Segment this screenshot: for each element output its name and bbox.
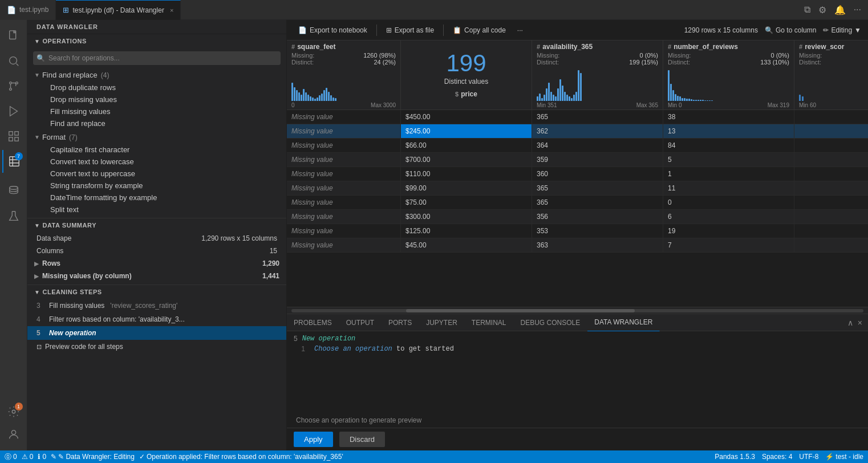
tab-jupyter[interactable]: JUPYTER — [419, 314, 465, 331]
cell-sq-6: Missing value — [287, 181, 401, 195]
tab-debug-console[interactable]: DEBUG CONSOLE — [514, 314, 588, 331]
cleaning-step-3[interactable]: 3 Fill missing values 'review_scores_rat… — [27, 299, 286, 312]
rows-expandable[interactable]: ▶ Rows 1,290 — [27, 257, 286, 270]
panel-maximize-icon[interactable]: ∧ — [846, 317, 854, 328]
tab-active[interactable]: ⊞ test.ipynb (df) - Data Wrangler × — [56, 0, 181, 20]
activity-account[interactable] — [2, 423, 25, 446]
cell-avail-9: 353 — [532, 224, 663, 238]
activity-data-wrangler[interactable]: 7 — [2, 150, 25, 173]
cell-sq-4: Missing value — [287, 153, 401, 166]
status-errors[interactable]: ⓪ 0 — [5, 452, 17, 462]
panel-close-icon[interactable]: × — [857, 317, 863, 328]
datetime-format-example[interactable]: DateTime formatting by example — [27, 192, 286, 204]
cell-price-10: $45.00 — [401, 238, 532, 252]
activity-run-debug[interactable] — [2, 100, 25, 123]
search-box: 🔍 — [33, 51, 281, 65]
col-header-availability: # availability_365 Missing:0 (0%) Distin… — [532, 40, 663, 109]
cleaning-step-5-active[interactable]: 5 New operation — [27, 326, 286, 340]
go-to-column-btn[interactable]: 🔍 Go to column — [765, 26, 816, 34]
col-bars-availability — [537, 68, 658, 102]
split-editor-icon[interactable]: ⧉ — [802, 3, 813, 16]
sidebar-title: DATA WRANGLER — [27, 20, 286, 34]
status-operation: ✓ Operation applied: Filter rows based o… — [139, 453, 343, 461]
export-file-btn[interactable]: ⊞ Export as file — [382, 25, 439, 36]
tab-close-icon[interactable]: × — [170, 7, 173, 14]
tab-problems[interactable]: PROBLEMS — [287, 314, 339, 331]
status-spaces[interactable]: Spaces: 4 — [762, 453, 792, 461]
preview-code-btn[interactable]: ⊡ Preview code for all steps — [27, 340, 286, 354]
status-test-idle[interactable]: ⚡ test - idle — [825, 453, 863, 461]
col-bars-reviews — [668, 68, 789, 102]
section-operations[interactable]: ▼ OPERATIONS — [27, 34, 286, 48]
cell-avail-4: 359 — [532, 153, 663, 166]
activity-search[interactable] — [2, 50, 25, 72]
settings-icon[interactable]: ⚙ — [816, 3, 829, 17]
activity-settings[interactable]: 1 — [2, 400, 25, 423]
activity-extensions[interactable] — [2, 125, 25, 148]
drop-duplicate-rows[interactable]: Drop duplicate rows — [27, 82, 286, 94]
more-actions-btn[interactable]: ··· — [513, 25, 528, 36]
discard-button[interactable]: Discard — [339, 432, 385, 447]
warning-icon: ⚠ — [22, 453, 28, 461]
cell-score-9 — [794, 224, 868, 238]
status-encoding[interactable]: UTF-8 — [799, 453, 818, 461]
table-row: Missing value $99.00 365 11 — [287, 181, 868, 196]
cell-sq-5: Missing value — [287, 167, 401, 181]
status-info[interactable]: ℹ 0 — [38, 453, 46, 461]
cell-price-7: $75.00 — [401, 196, 532, 209]
copy-icon: 📋 — [453, 26, 461, 34]
tab-terminal[interactable]: TERMINAL — [465, 314, 514, 331]
notifications-icon[interactable]: 🔔 — [832, 3, 848, 17]
grid-scrollbar[interactable] — [287, 307, 868, 314]
drop-missing-values[interactable]: Drop missing values — [27, 94, 286, 105]
tab-data-wrangler[interactable]: DATA WRANGLER — [587, 314, 660, 331]
activity-database[interactable] — [2, 180, 25, 202]
cell-score-8 — [794, 210, 868, 224]
search-input[interactable] — [33, 51, 281, 65]
cell-avail-1: 365 — [532, 110, 663, 124]
split-text[interactable]: Split text — [27, 204, 286, 216]
activity-files[interactable] — [2, 25, 25, 47]
editing-mode[interactable]: ✏ Editing ▼ — [823, 26, 861, 34]
string-transform-example[interactable]: String transform by example — [27, 180, 286, 192]
fill-missing-values[interactable]: Fill missing values — [27, 105, 286, 117]
tab-inactive[interactable]: 📄 test.ipynb — [0, 0, 56, 20]
tab-ports[interactable]: PORTS — [382, 314, 419, 331]
activity-flask[interactable] — [2, 205, 25, 228]
apply-button[interactable]: Apply — [294, 432, 333, 447]
bottom-panel: PROBLEMS OUTPUT PORTS JUPYTER TERMINAL D… — [287, 314, 868, 450]
capitalize-first-char[interactable]: Capitalize first character — [27, 144, 286, 156]
cell-rev-10: 7 — [663, 238, 794, 252]
format-parent[interactable]: ▼ Format (7) — [27, 131, 286, 144]
section-data-summary[interactable]: ▼ DATA SUMMARY — [27, 218, 286, 232]
convert-lowercase[interactable]: Convert text to lowercase — [27, 156, 286, 168]
choose-op-text: Choose an operation — [314, 345, 392, 353]
toolbar: 📄 Export to notebook ⊞ Export as file 📋 … — [287, 20, 868, 40]
copy-code-btn[interactable]: 📋 Copy all code — [448, 25, 510, 36]
cell-sq-3: Missing value — [287, 139, 401, 152]
table-row: Missing value $300.00 356 6 — [287, 210, 868, 224]
col-header-review-score: # review_scor Missing:0 (0%) Distinct:— … — [794, 40, 868, 109]
cell-price-3: $66.00 — [401, 139, 532, 152]
status-pandas[interactable]: Pandas 1.5.3 — [715, 453, 755, 461]
svg-point-13 — [11, 430, 15, 434]
status-editing[interactable]: ✎ ✎ Data Wrangler: Editing — [51, 453, 135, 461]
activity-source-control[interactable] — [2, 75, 25, 98]
cleaning-step-4[interactable]: 4 Filter rows based on column: 'availabi… — [27, 312, 286, 326]
cell-rev-3: 84 — [663, 139, 794, 152]
preview-code-icon: ⊡ — [36, 343, 42, 351]
missing-values-expandable[interactable]: ▶ Missing values (by column) 1,441 — [27, 270, 286, 282]
tab-output[interactable]: OUTPUT — [339, 314, 382, 331]
find-and-replace[interactable]: Find and replace — [27, 117, 286, 129]
find-replace-chevron: ▼ — [34, 72, 40, 78]
svg-point-1 — [9, 57, 17, 64]
convert-uppercase[interactable]: Convert text to uppercase — [27, 168, 286, 180]
section-cleaning-steps[interactable]: ▼ CLEANING STEPS — [27, 285, 286, 299]
find-replace-parent[interactable]: ▼ Find and replace (4) — [27, 68, 286, 82]
status-warnings[interactable]: ⚠ 0 — [22, 453, 34, 461]
activity-bottom: 1 — [2, 400, 25, 450]
export-notebook-btn[interactable]: 📄 Export to notebook — [294, 25, 372, 36]
more-actions-icon[interactable]: ··· — [851, 3, 863, 16]
panel-footer: Apply Discard — [287, 428, 868, 450]
separator-1 — [376, 25, 377, 36]
